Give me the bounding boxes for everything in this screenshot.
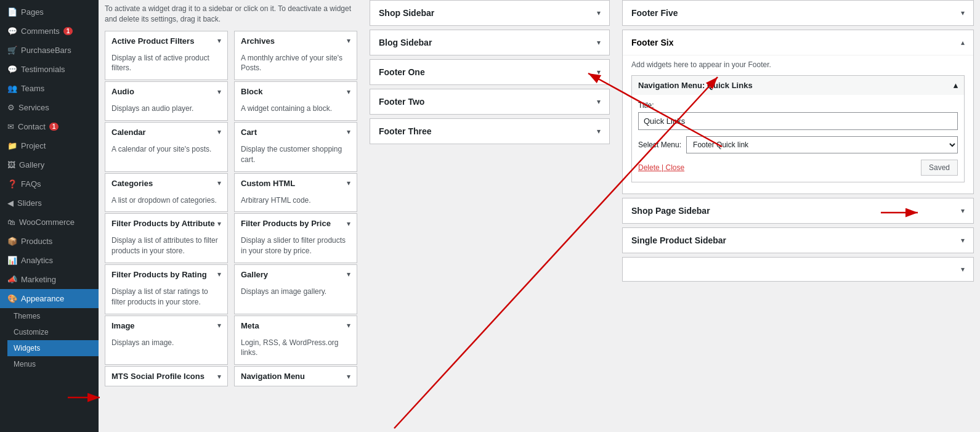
submenu-menus-label: Menus (14, 360, 36, 369)
sidebar-footer-three: Footer Three ▾ (370, 118, 610, 144)
title-field-input[interactable] (638, 112, 958, 130)
faqs-icon: ❓ (7, 179, 17, 189)
sidebar-footer-one-header[interactable]: Footer One ▾ (370, 60, 609, 84)
sidebar-item-contact[interactable]: ✉ Contact 1 (0, 117, 99, 136)
sidebar-item-purchasebars[interactable]: 🛒 PurchaseBars (0, 41, 99, 60)
widget-filter-rating-header[interactable]: Filter Products by Rating ▾ (105, 265, 227, 284)
widget-audio-desc: Displays an audio player. (105, 101, 227, 120)
sidebar-label-contact: Contact (18, 122, 46, 131)
widget-filter-rating[interactable]: Filter Products by Rating ▾ Display a li… (105, 264, 228, 314)
widget-row-8: MTS Social Profile Icons ▾ Navigation Me… (105, 366, 357, 386)
sidebar-shop-label: Shop Sidebar (379, 8, 434, 18)
sidebar-blog-header[interactable]: Blog Sidebar ▾ (370, 30, 609, 55)
sidebar-item-project[interactable]: 📁 Project (0, 136, 99, 155)
chevron-down-icon-12: ▾ (347, 270, 350, 279)
delete-link[interactable]: Delete | Close (638, 163, 684, 172)
sidebar-footer-five-header[interactable]: Footer Five ▾ (623, 1, 973, 25)
widget-calendar-title: Calendar (111, 128, 146, 137)
widget-block[interactable]: Block ▾ A widget containing a block. (234, 81, 357, 121)
select-menu-dropdown[interactable]: Footer Quick link Main Menu Footer Menu (686, 136, 958, 153)
sidebar-item-woocommerce[interactable]: 🛍 WooCommerce (0, 213, 99, 232)
sidebar-item-gallery[interactable]: 🖼 Gallery (0, 155, 99, 174)
sidebar-label-analytics: Analytics (21, 256, 53, 265)
sidebar-footer-two-header[interactable]: Footer Two ▾ (370, 89, 609, 114)
widget-image[interactable]: Image ▾ Displays an image. (105, 316, 228, 365)
nav-menu-quick-links-body: Title: Select Menu: Footer Quick link Ma… (632, 95, 964, 182)
widget-audio[interactable]: Audio ▾ Displays an audio player. (105, 81, 228, 121)
gallery-icon: 🖼 (7, 160, 15, 169)
widget-cart-desc: Display the customer shopping cart. (235, 142, 357, 171)
sidebar-item-services[interactable]: ⚙ Services (0, 98, 99, 117)
widget-categories-header[interactable]: Categories ▾ (105, 174, 227, 193)
save-button[interactable]: Saved (921, 160, 958, 176)
widget-filter-attribute[interactable]: Filter Products by Attribute ▾ Display a… (105, 213, 228, 263)
widget-calendar-header[interactable]: Calendar ▾ (105, 123, 227, 142)
woocommerce-icon: 🛍 (7, 218, 15, 227)
nav-menu-quick-links-title: Navigation Menu: Quick Links (638, 81, 753, 90)
sidebar-shop-header[interactable]: Shop Sidebar ▾ (370, 1, 609, 25)
widget-archives-desc: A monthly archive of your site's Posts. (235, 51, 357, 80)
sidebar-item-appearance[interactable]: 🎨 Appearance (0, 289, 99, 308)
chevron-down-icon-10: ▾ (347, 219, 350, 228)
comments-badge: 1 (63, 27, 73, 35)
sidebar-single-product-header[interactable]: ▾ (623, 258, 973, 281)
widget-categories[interactable]: Categories ▾ A list or dropdown of categ… (105, 173, 228, 213)
widget-archives-header[interactable]: Archives ▾ (235, 31, 357, 51)
widget-cart-header[interactable]: Cart ▾ (235, 123, 357, 142)
widget-cart[interactable]: Cart ▾ Display the customer shopping car… (234, 122, 357, 172)
widget-row-5: Filter Products by Attribute ▾ Display a… (105, 213, 357, 263)
chevron-down-icon: ▾ (217, 36, 221, 45)
widget-gallery-title: Gallery (241, 270, 268, 279)
widget-meta-header[interactable]: Meta ▾ (235, 316, 357, 335)
sidebar-item-faqs[interactable]: ❓ FAQs (0, 174, 99, 194)
submenu-themes[interactable]: Themes (7, 308, 99, 324)
widget-navigation-menu-header[interactable]: Navigation Menu ▾ (235, 367, 357, 386)
chevron-down-icon-9: ▾ (217, 219, 221, 228)
sidebar-shop-page-header[interactable]: Single Product Sidebar ▾ (623, 228, 973, 253)
sidebar-footer-seven-header[interactable]: Shop Page Sidebar ▾ (623, 198, 973, 223)
sidebar-item-comments[interactable]: 💬 Comments 1 (0, 22, 99, 41)
widget-active-product-filters-header[interactable]: Active Product Filters ▾ (105, 31, 227, 51)
widget-archives[interactable]: Archives ▾ A monthly archive of your sit… (234, 31, 357, 81)
widget-image-header[interactable]: Image ▾ (105, 316, 227, 335)
widget-image-desc: Displays an image. (105, 335, 227, 354)
widget-gallery[interactable]: Gallery ▾ Displays an image gallery. (234, 264, 357, 314)
sidebar-item-marketing[interactable]: 📣 Marketing (0, 270, 99, 289)
widget-gallery-header[interactable]: Gallery ▾ (235, 265, 357, 284)
sidebar-footer-three-header[interactable]: Footer Three ▾ (370, 119, 609, 144)
widget-filter-attribute-header[interactable]: Filter Products by Attribute ▾ (105, 214, 227, 233)
submenu-widgets[interactable]: Widgets ← (7, 340, 99, 356)
chevron-down-icon-footer1: ▾ (597, 68, 601, 76)
widget-filter-price-desc: Display a slider to filter products in y… (235, 233, 357, 263)
submenu-menus[interactable]: Menus (7, 356, 99, 372)
chevron-down-icon-singleproduct: ▾ (961, 265, 965, 274)
widget-calendar[interactable]: Calendar ▾ A calendar of your site's pos… (105, 122, 228, 172)
sidebar-label-comments: Comments (21, 26, 60, 36)
sidebar-footer-six-header[interactable]: Footer Six ▴ (623, 30, 973, 55)
widget-custom-html[interactable]: Custom HTML ▾ Arbitrary HTML code. (234, 173, 357, 213)
widget-navigation-menu[interactable]: Navigation Menu ▾ (234, 366, 357, 386)
select-menu-row: Select Menu: Footer Quick link Main Menu… (638, 136, 958, 153)
admin-sidebar: 📄 Pages 💬 Comments 1 🛒 PurchaseBars 💬 Te… (0, 0, 99, 432)
nav-menu-quick-links-header[interactable]: Navigation Menu: Quick Links ▴ (632, 76, 964, 95)
sidebar-item-products[interactable]: 📦 Products (0, 232, 99, 251)
sidebar-item-pages[interactable]: 📄 Pages (0, 2, 99, 22)
submenu-customize[interactable]: Customize (7, 324, 99, 340)
widget-filter-price-header[interactable]: Filter Products by Price ▾ (235, 214, 357, 233)
sidebar-label-marketing: Marketing (21, 275, 56, 284)
sidebar-item-analytics[interactable]: 📊 Analytics (0, 251, 99, 270)
sidebar-item-teams[interactable]: 👥 Teams (0, 79, 99, 98)
chevron-down-icon-shoppage: ▾ (961, 236, 965, 245)
widget-active-product-filters[interactable]: Active Product Filters ▾ Display a list … (105, 31, 228, 81)
widget-filter-price[interactable]: Filter Products by Price ▾ Display a sli… (234, 213, 357, 263)
sidebar-item-testimonials[interactable]: 💬 Testimonials (0, 60, 99, 79)
widget-meta[interactable]: Meta ▾ Login, RSS, & WordPress.org links… (234, 316, 357, 365)
sidebar-item-sliders[interactable]: ◀ Sliders (0, 194, 99, 213)
widget-mts-social[interactable]: MTS Social Profile Icons ▾ (105, 366, 228, 386)
widget-custom-html-header[interactable]: Custom HTML ▾ (235, 174, 357, 193)
chevron-down-icon-4: ▾ (347, 88, 350, 96)
widget-block-header[interactable]: Block ▾ (235, 82, 357, 101)
widget-mts-social-header[interactable]: MTS Social Profile Icons ▾ (105, 367, 227, 386)
widget-audio-header[interactable]: Audio ▾ (105, 82, 227, 101)
widget-filter-price-title: Filter Products by Price (241, 219, 331, 228)
